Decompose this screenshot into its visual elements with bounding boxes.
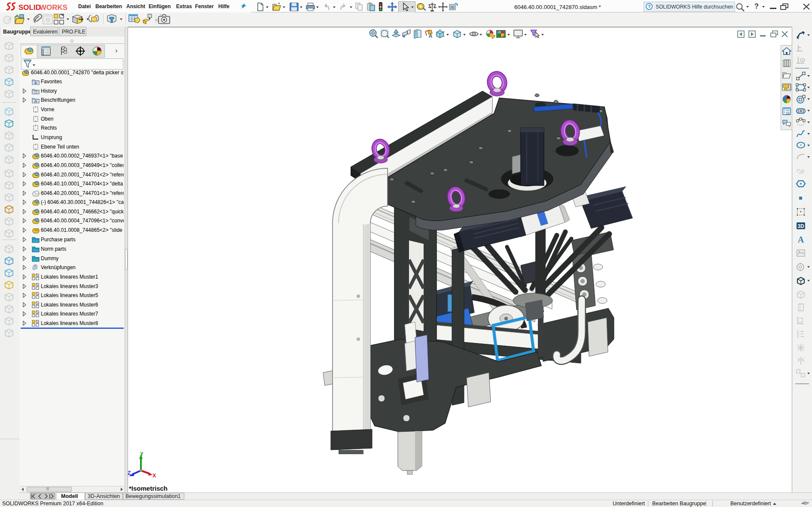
svg-text:A: A [429, 33, 433, 39]
svg-text:SOLID: SOLID [18, 3, 41, 12]
svg-text:3D: 3D [797, 223, 804, 229]
svg-text:Y: Y [140, 451, 143, 457]
svg-text:A: A [34, 99, 37, 103]
svg-text:?: ? [648, 4, 651, 9]
svg-text:X: X [153, 473, 156, 479]
svg-text:Z: Z [128, 470, 131, 476]
svg-text:A: A [798, 235, 804, 244]
svg-text:WORKS: WORKS [40, 3, 67, 12]
